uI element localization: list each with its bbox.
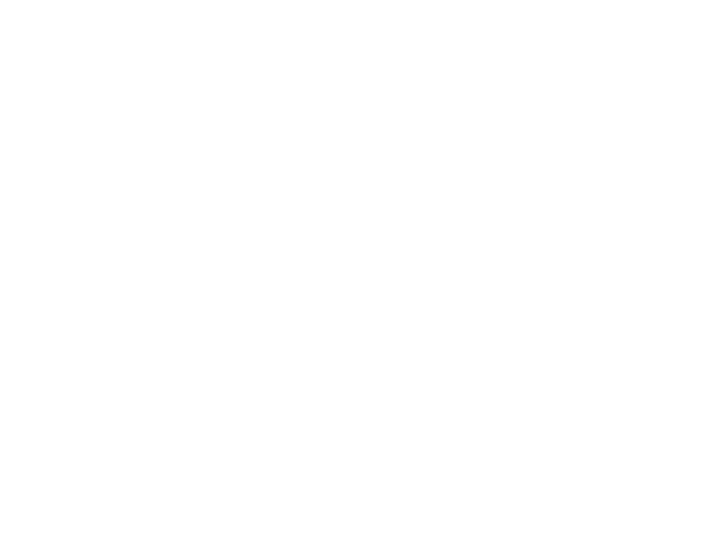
page-title	[0, 0, 720, 24]
